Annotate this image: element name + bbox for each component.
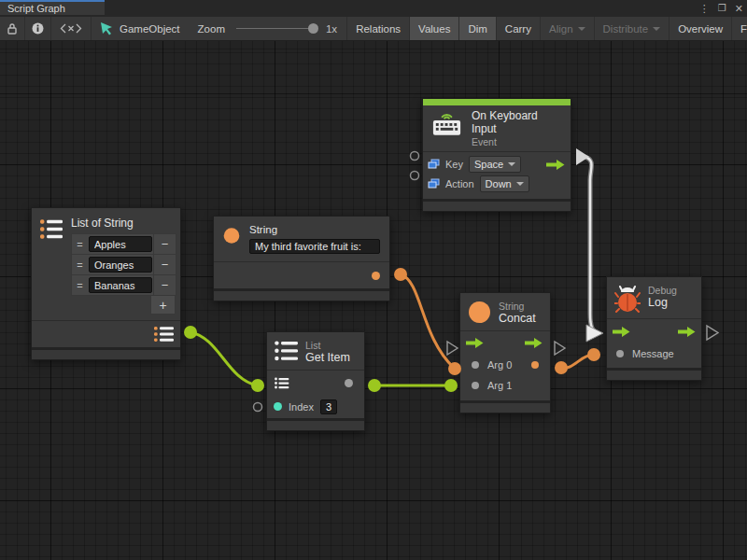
list-item-row: = − xyxy=(72,275,176,295)
node-category: List xyxy=(305,340,350,351)
dim-button[interactable]: Dim xyxy=(459,17,496,40)
message-row: Message xyxy=(607,343,701,364)
values-button[interactable]: Values xyxy=(410,17,459,40)
flow-input-arrow[interactable] xyxy=(613,327,630,337)
chevron-down-icon xyxy=(516,182,524,186)
list-item-input[interactable] xyxy=(89,277,152,293)
arg0-label: Arg 0 xyxy=(487,359,512,371)
node-category: Debug xyxy=(648,285,677,296)
list-output-port[interactable] xyxy=(154,326,174,343)
zoom-slider-track[interactable] xyxy=(236,28,317,29)
action-label: Action xyxy=(445,178,474,189)
window-maximize-icon[interactable]: ❐ xyxy=(718,0,726,17)
node-title: Concat xyxy=(499,312,536,325)
drag-handle[interactable]: = xyxy=(72,275,88,295)
zoom-label: Zoom xyxy=(198,23,225,35)
string-value-input[interactable] xyxy=(249,239,380,254)
list-item-row: = − xyxy=(72,234,176,255)
relations-label: Relations xyxy=(356,23,401,35)
node-title: String xyxy=(249,224,380,236)
zoom-slider-handle[interactable] xyxy=(308,23,318,34)
drag-handle[interactable]: = xyxy=(72,234,88,254)
node-title: List of String xyxy=(71,217,176,230)
remove-item-button[interactable]: − xyxy=(153,275,176,295)
tab-bar: Script Graph ⋮ ❐ ✕ xyxy=(0,0,747,17)
event-accent-bar xyxy=(423,99,571,105)
result-output-port[interactable] xyxy=(531,361,539,369)
node-footer xyxy=(423,199,571,211)
chevron-down-icon xyxy=(578,27,585,31)
tab-script-graph[interactable]: Script Graph xyxy=(0,0,105,15)
node-subtitle: Event xyxy=(472,136,563,147)
drag-handle[interactable]: = xyxy=(72,255,88,274)
align-label: Align xyxy=(549,23,573,35)
info-button[interactable] xyxy=(25,17,51,40)
enum-icon xyxy=(428,178,440,189)
window-controls: ⋮ ❐ ✕ xyxy=(699,0,743,17)
code-icon xyxy=(60,23,82,34)
key-value: Space xyxy=(474,159,503,170)
flow-output-arrow[interactable] xyxy=(546,160,565,170)
chevron-down-icon xyxy=(653,27,660,31)
remove-item-button[interactable]: − xyxy=(153,234,176,254)
key-dropdown[interactable]: Space xyxy=(469,156,521,173)
node-list-of-string[interactable]: List of String = − = − = xyxy=(31,207,181,360)
code-view-button[interactable] xyxy=(51,17,92,40)
node-debug-log[interactable]: Debug Log Message xyxy=(606,276,702,381)
list-io-row xyxy=(267,371,364,395)
info-icon xyxy=(32,22,44,35)
node-title: Log xyxy=(648,296,677,309)
message-input-port[interactable] xyxy=(616,350,624,357)
overview-button[interactable]: Overview xyxy=(669,17,732,40)
arg1-row: Arg 1 xyxy=(460,375,550,396)
chevron-down-icon xyxy=(508,162,515,166)
carry-button[interactable]: Carry xyxy=(497,17,541,40)
gameobject-selector[interactable]: GameObject xyxy=(92,17,189,40)
flow-output-arrow[interactable] xyxy=(678,327,696,337)
node-get-item[interactable]: List Get Item Index 3 xyxy=(266,331,365,431)
index-row: Index 3 xyxy=(267,395,364,418)
string-output-row xyxy=(214,261,389,288)
node-category: String xyxy=(499,301,536,312)
align-button[interactable]: Align xyxy=(541,17,595,40)
list-orange-icon xyxy=(40,217,63,242)
unity-visual-scripting-window: Script Graph ⋮ ❐ ✕ xyxy=(0,0,747,560)
node-title: Get Item xyxy=(305,351,350,364)
index-value-field[interactable]: 3 xyxy=(320,399,337,414)
fullscreen-label: Full Screen xyxy=(740,23,747,35)
values-label: Values xyxy=(418,23,450,35)
arg0-row: Arg 0 xyxy=(460,355,550,375)
remove-item-button[interactable]: − xyxy=(153,255,176,274)
lock-icon xyxy=(7,22,18,35)
key-label: Key xyxy=(445,159,463,170)
enum-icon xyxy=(428,159,440,170)
flow-input-arrow[interactable] xyxy=(466,338,484,348)
string-output-port[interactable] xyxy=(372,272,380,280)
node-footer xyxy=(607,368,701,380)
list-item-input[interactable] xyxy=(89,257,152,273)
arg1-label: Arg 1 xyxy=(487,380,512,391)
lock-button[interactable] xyxy=(0,17,25,40)
list-item-input[interactable] xyxy=(89,236,152,252)
list-input-port[interactable] xyxy=(275,377,289,389)
action-dropdown[interactable]: Down xyxy=(480,175,529,192)
index-input-port[interactable] xyxy=(274,402,282,411)
action-port-row: Action Down xyxy=(423,175,571,194)
relations-button[interactable]: Relations xyxy=(347,17,410,40)
node-footer xyxy=(460,400,550,413)
flow-output-arrow[interactable] xyxy=(525,338,543,348)
item-output-port[interactable] xyxy=(345,379,353,387)
window-close-icon[interactable]: ✕ xyxy=(735,0,743,17)
distribute-button[interactable]: Distribute xyxy=(595,17,670,40)
window-menu-icon[interactable]: ⋮ xyxy=(699,0,710,17)
add-item-button[interactable]: + xyxy=(150,296,176,315)
fullscreen-button[interactable]: Full Screen xyxy=(732,17,747,40)
dim-label: Dim xyxy=(468,23,486,35)
arg0-input-port[interactable] xyxy=(472,361,479,369)
list-inline-editor: = − = − = − xyxy=(71,233,176,296)
bug-icon xyxy=(614,285,641,313)
node-concat[interactable]: String Concat Arg 0 Arg 1 xyxy=(459,292,551,413)
node-on-keyboard-input[interactable]: On Keyboard Input Event Key Space xyxy=(422,98,571,212)
arg1-input-port[interactable] xyxy=(472,382,479,389)
node-string-literal[interactable]: String xyxy=(213,216,390,301)
